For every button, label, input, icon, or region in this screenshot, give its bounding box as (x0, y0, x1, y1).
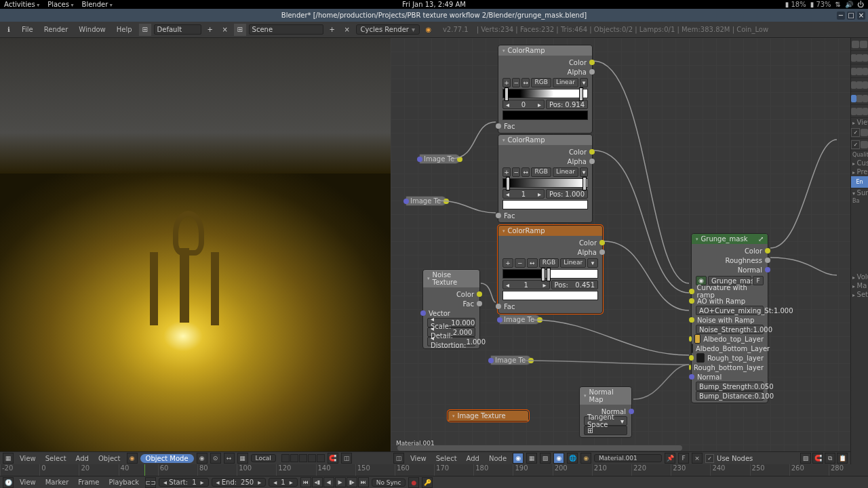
object-menu[interactable]: Object (95, 454, 124, 463)
play-reverse-icon[interactable]: ◀ (323, 477, 334, 487)
world-shader-icon[interactable]: 🌐 (567, 453, 578, 464)
image-texture-node-bottom[interactable]: ▾Image Texture (448, 410, 529, 422)
power-icon[interactable]: ⏻ (857, 1, 864, 8)
image-texture-node-2[interactable]: Image Te (406, 196, 447, 206)
tl-frame-menu[interactable]: Frame (75, 478, 102, 487)
normal-map-node[interactable]: ▾Normal Map Normal Tangent Space▾ ⊞ (579, 386, 632, 438)
ramp1-mode-dropdown[interactable]: RGB (531, 78, 551, 87)
ramp1-interp-dropdown[interactable]: Linear (553, 78, 578, 87)
tab-scene-icon[interactable] (851, 54, 856, 62)
ramp3-remove-icon[interactable]: − (515, 258, 526, 268)
material-slot-icon[interactable]: ◉ (580, 453, 591, 464)
view-menu[interactable]: View (16, 454, 39, 463)
ramp3-tools-icon[interactable]: ▾ (587, 258, 598, 268)
screen-layout-field[interactable]: Default (154, 24, 201, 35)
ramp2-index-field[interactable]: ◂1▸ (502, 189, 545, 199)
jump-start-icon[interactable]: ⏮ (300, 477, 311, 487)
network-icon[interactable]: ⇅ (835, 1, 841, 8)
keyframe-next-icon[interactable]: ▮▸ (347, 477, 357, 487)
panel-cust[interactable]: ▸ Cust (851, 159, 868, 167)
end-frame-field[interactable]: ◂ End:250▸ (212, 478, 267, 487)
app-menu[interactable]: Blender (82, 1, 113, 8)
ramp2-gradient[interactable] (502, 178, 588, 188)
layer-btn-2[interactable] (290, 454, 298, 462)
layers-icon[interactable]: ▦ (237, 453, 248, 464)
play-icon[interactable]: ▶ (335, 477, 346, 487)
pivot-icon[interactable]: ⊙ (210, 453, 221, 464)
panel-ma[interactable]: ▸ Ma (851, 281, 868, 290)
pin-icon[interactable]: 📌 (665, 453, 675, 464)
bump-strength-field[interactable]: Bump_Strength:0.050 (696, 382, 764, 391)
ramp1-add-icon[interactable]: + (502, 78, 511, 87)
copy-nodes-icon[interactable]: ⧉ (825, 453, 835, 464)
editor-type-timeline-icon[interactable]: 🕐 (3, 477, 14, 488)
snap-icon[interactable]: 🧲 (812, 453, 823, 464)
tab-world-icon[interactable] (851, 68, 856, 75)
editor-type-3dview-icon[interactable]: ▦ (3, 453, 14, 464)
color-ramp-node-3[interactable]: ▾ColorRamp Color Alpha +−↔RGBLinear▾ ◂1▸… (498, 225, 603, 314)
remove-material-icon[interactable]: × (692, 453, 703, 464)
3d-viewport[interactable]: ▦ View Select Add Object ◉ Object Mode ◉… (0, 38, 391, 464)
texture-tree-icon[interactable]: ▨ (540, 453, 551, 464)
ne-select-menu[interactable]: Select (433, 454, 460, 463)
normal-map-space-dropdown[interactable]: Tangent Space▾ (584, 416, 627, 426)
ramp3-add-icon[interactable]: + (502, 258, 513, 268)
compositor-tree-icon[interactable]: ▦ (526, 453, 537, 464)
ao-curve-mixing-field[interactable]: AO+Curve_mixing_St:1.000 (696, 306, 764, 315)
start-frame-field[interactable]: ◂ Start:1▸ (159, 478, 208, 487)
ramp1-color-swatch[interactable] (502, 110, 588, 120)
ramp2-remove-icon[interactable]: − (512, 167, 520, 177)
layer-btn-4[interactable] (308, 454, 316, 462)
render-engine-dropdown[interactable]: Cycles Render ▾ (356, 24, 420, 35)
object-shader-icon[interactable]: ◉ (553, 453, 564, 464)
manipulator-icon[interactable]: ↔ (224, 453, 235, 464)
add-scene-icon[interactable]: + (326, 24, 338, 36)
add-menu[interactable]: Add (73, 454, 92, 463)
layer-btn-5[interactable] (317, 454, 325, 462)
ramp3-gradient[interactable] (502, 269, 598, 279)
timeline-cursor[interactable] (144, 464, 145, 476)
ramp3-flip-icon[interactable]: ↔ (527, 258, 538, 268)
keyframe-prev-icon[interactable]: ◂▮ (312, 477, 323, 487)
tl-marker-menu[interactable]: Marker (42, 478, 73, 487)
color-ramp-node-2[interactable]: ▾ColorRamp Color Alpha +−↔RGBLinear▾ ◂1▸… (498, 134, 593, 223)
mode-dropdown[interactable]: Object Mode (140, 454, 194, 463)
scene-browse-icon[interactable]: ⊞ (234, 24, 246, 36)
window-maximize-icon[interactable]: □ (847, 12, 855, 20)
tl-range-icon[interactable]: ⊏⊐ (145, 477, 156, 488)
panel-volu[interactable]: ▸ Volu (851, 272, 868, 281)
shading-rendered-icon[interactable]: ◉ (197, 453, 208, 464)
snap-icon[interactable]: 🧲 (328, 453, 338, 464)
bump-distance-field[interactable]: Bump_Distance:0.100 (696, 391, 764, 401)
tab-render-icon[interactable] (852, 41, 859, 48)
ramp3-pos-field[interactable]: Pos:0.451 (551, 280, 599, 289)
ne-add-menu[interactable]: Add (463, 454, 483, 463)
ramp1-gradient[interactable] (502, 89, 588, 98)
ramp1-flip-icon[interactable]: ↔ (521, 78, 530, 87)
editor-type-node-icon[interactable]: ◫ (393, 453, 404, 464)
sync-mode-dropdown[interactable]: No Sync (372, 479, 406, 487)
keying-set-icon[interactable]: 🔑 (422, 477, 433, 488)
window-minimize-icon[interactable]: − (837, 12, 845, 20)
window-menu[interactable]: Window (75, 24, 109, 35)
volume-icon[interactable]: 🔊 (845, 1, 853, 8)
jump-end-icon[interactable]: ⏭ (358, 477, 369, 487)
ramp2-mode-dropdown[interactable]: RGB (531, 167, 551, 177)
render-border-icon[interactable]: ◫ (341, 453, 352, 464)
ramp3-color-swatch[interactable] (502, 291, 598, 300)
ne-view-menu[interactable]: View (407, 454, 430, 463)
ramp1-tools-icon[interactable]: ▾ (580, 78, 588, 87)
add-layout-icon[interactable]: + (204, 24, 216, 36)
file-menu[interactable]: File (18, 24, 37, 35)
tab-material-icon[interactable] (851, 95, 856, 102)
timeline-ruler[interactable]: -200204060801001201401501601701801902002… (0, 464, 868, 476)
ramp1-remove-icon[interactable]: − (512, 78, 520, 87)
node-editor[interactable]: Material.001 Image Te Image Te Image Te … (391, 38, 850, 464)
layer-btn-1[interactable] (281, 454, 290, 462)
fake-user-icon[interactable]: F (678, 453, 689, 464)
ramp1-pos-field[interactable]: Pos:0.914 (546, 100, 588, 109)
window-close-icon[interactable]: × (857, 12, 865, 20)
use-nodes-checkbox[interactable]: ✓ (705, 454, 714, 463)
panel-view[interactable]: ▸ View (851, 118, 868, 127)
render-menu[interactable]: Render (40, 24, 73, 35)
